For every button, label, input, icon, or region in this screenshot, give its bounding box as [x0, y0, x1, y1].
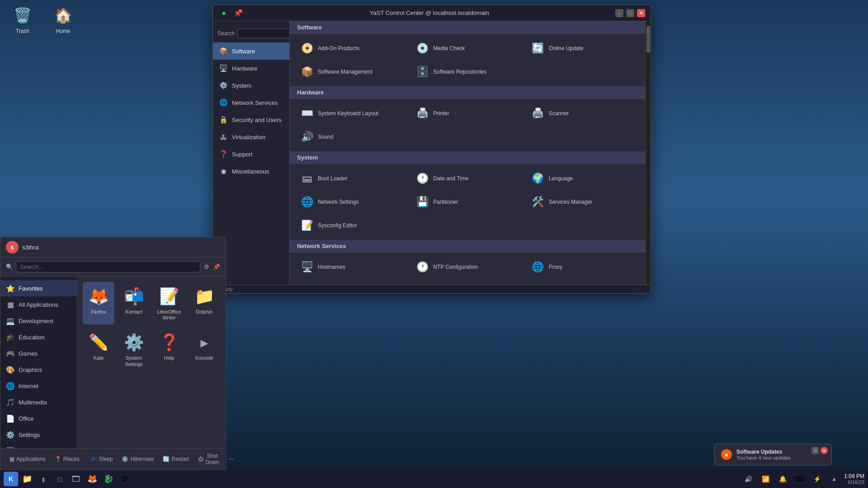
taskbar-app2[interactable]: ⚙: [118, 472, 132, 486]
hibernate-button[interactable]: ❄️ Hibernate: [118, 455, 157, 464]
yast-item-language[interactable]: 🌍 Language: [526, 168, 640, 189]
shutdown-button[interactable]: ⏻ Shut Down: [194, 451, 223, 467]
yast-nav-system[interactable]: ⚙️ System: [213, 77, 289, 94]
notification-settings-button[interactable]: ⚙: [811, 447, 819, 454]
sleep-button[interactable]: 💤 Sleep: [87, 455, 117, 464]
taskbar-systray-keyboard[interactable]: ⌨: [793, 472, 807, 486]
taskbar-firefox[interactable]: 🦊: [85, 472, 99, 486]
taskbar-pager[interactable]: ◻: [52, 472, 67, 486]
yast-item-samba[interactable]: 🗄️ Samba Server: [410, 280, 524, 285]
app-item-help[interactable]: ❓ Help: [153, 328, 185, 371]
desktop-icon-home[interactable]: 🏠 Home: [45, 5, 81, 34]
app-item-kontact[interactable]: 📬 Kontact: [118, 282, 150, 324]
filter-icon[interactable]: ⚙: [204, 263, 209, 270]
taskbar-window[interactable]: 🗔: [69, 472, 83, 486]
sidebar-item-development[interactable]: 💻 Development: [0, 313, 77, 329]
yast-minimize-button[interactable]: ⌄: [615, 9, 623, 17]
sleep-label: Sleep: [99, 456, 113, 462]
sidebar-item-all[interactable]: ▦ All Applications: [0, 296, 77, 313]
yast-hardware-grid: ⌨️ System Keyboard Layout 🖨️ Printer 🖨️ …: [290, 99, 645, 151]
yast-network-icon: 🌐: [218, 98, 228, 108]
yast-item-mediacheck[interactable]: 💿 Media Check: [410, 38, 524, 59]
yast-softwaremgmt-icon: 📦: [300, 65, 314, 79]
yast-nav-network-label: Network Services: [232, 99, 278, 106]
yast-misc-icon: ◉: [218, 166, 228, 176]
applications-button[interactable]: ▦ Applications: [6, 455, 49, 464]
taskbar-filemanager[interactable]: 📁: [20, 472, 34, 486]
sidebar-item-internet[interactable]: 🌐 Internet: [0, 378, 77, 394]
notification-close-button[interactable]: ✕: [821, 447, 828, 454]
app-item-dolphin[interactable]: 📁 Dolphin: [189, 282, 220, 324]
taskbar-systray-power[interactable]: ⚡: [810, 472, 824, 486]
yast-nav-icon-green[interactable]: ●: [218, 8, 229, 19]
sidebar-item-favorites[interactable]: ⭐ Favorites: [0, 280, 77, 296]
sidebar-item-system[interactable]: 🖥️ System: [0, 443, 77, 448]
yast-item-hostnames[interactable]: 🖥️ Hostnames: [295, 256, 409, 278]
yast-item-bootloader[interactable]: 🖴 Boot Loader: [295, 168, 409, 189]
yast-item-netsettings[interactable]: 🌐 Network Settings: [295, 191, 409, 213]
yast-nav-support[interactable]: ❓ Support: [213, 145, 289, 163]
systemsettings-label: System Settings: [120, 355, 148, 367]
yast-item-sound[interactable]: 🔊 Sound: [295, 126, 409, 148]
sidebar-item-education[interactable]: 🎓 Education: [0, 329, 77, 345]
taskbar-kde-button[interactable]: K: [4, 472, 18, 486]
yast-nav-network[interactable]: 🌐 Network Services: [213, 94, 289, 111]
yast-item-onlineupdate[interactable]: 🔄 Online Update: [526, 38, 640, 59]
app-item-kate[interactable]: ✏️ Kate: [83, 328, 114, 371]
yast-item-sysconfig[interactable]: 📝 Sysconfig Editor: [295, 215, 409, 236]
yast-nav-misc[interactable]: ◉ Miscellaneous: [213, 163, 289, 180]
app-item-libreoffice[interactable]: 📝 LibreOffice Writer: [153, 282, 185, 324]
yast-maximize-button[interactable]: □: [626, 9, 634, 17]
taskbar-systray-expand[interactable]: ▲: [827, 472, 841, 486]
yast-close-button[interactable]: ✕: [637, 9, 645, 17]
sidebar-item-graphics[interactable]: 🎨 Graphics: [0, 361, 77, 378]
yast-search-input[interactable]: [237, 28, 290, 38]
shutdown-label: Shut Down: [205, 453, 219, 465]
yast-keyboard-icon: ⌨️: [300, 106, 314, 121]
restart-icon: 🔄: [163, 456, 170, 462]
places-button[interactable]: 📍 Places: [51, 455, 83, 464]
taskbar-terminal[interactable]: ▮: [36, 472, 51, 486]
yast-item-scanner[interactable]: 🖨️ Scanner: [526, 103, 640, 124]
sidebar-item-office[interactable]: 📄 Office: [0, 410, 77, 427]
yast-netsettings-label: Network Settings: [318, 199, 359, 205]
taskbar-systray-network[interactable]: 📶: [758, 472, 773, 486]
more-button[interactable]: ⋯: [225, 455, 237, 464]
pin-icon[interactable]: 📌: [213, 263, 220, 270]
taskbar-app1[interactable]: 🐉: [101, 472, 116, 486]
yast-nav-virtualization[interactable]: 🖧 Virtualization: [213, 128, 289, 145]
yast-nav-misc-label: Miscellaneous: [232, 168, 269, 175]
yast-item-datetime[interactable]: 🕐 Date and Time: [410, 168, 524, 189]
sidebar-item-multimedia[interactable]: 🎵 Multimedia: [0, 394, 77, 410]
user-avatar: s: [6, 241, 19, 253]
yast-nav-software[interactable]: 📦 Software: [213, 42, 289, 60]
taskbar-systray-kmix[interactable]: 🔊: [741, 472, 755, 486]
app-item-systemsettings[interactable]: ⚙️ System Settings: [118, 328, 150, 371]
app-item-konsole[interactable]: ▶ Konsole: [189, 328, 220, 371]
yast-nav-security[interactable]: 🔒 Security and Users: [213, 111, 289, 128]
yast-addon-icon: 📀: [300, 41, 314, 56]
app-menu-user-area: s s3thra: [0, 237, 226, 258]
taskbar-systray-updates[interactable]: 🔔: [775, 472, 790, 486]
yast-scrollbar[interactable]: [645, 21, 651, 285]
yast-item-addon[interactable]: 📀 Add-On Products: [295, 38, 409, 59]
app-search-input[interactable]: [16, 261, 200, 272]
multimedia-icon: 🎵: [6, 398, 15, 407]
yast-nav-hardware[interactable]: 🖥️ Hardware: [213, 60, 289, 77]
yast-item-printer[interactable]: 🖨️ Printer: [410, 103, 524, 124]
yast-item-services[interactable]: 🛠️ Services Manager: [526, 191, 640, 213]
yast-item-ntp[interactable]: 🕐 NTP Configuration: [410, 256, 524, 278]
desktop-icon-trash[interactable]: 🗑️ Trash: [5, 5, 41, 34]
sidebar-item-games[interactable]: 🎮 Games: [0, 345, 77, 361]
app-item-firefox[interactable]: 🦊 Firefox: [83, 282, 114, 324]
yast-item-vnc[interactable]: 🖥️ Remote Administration (VNC): [295, 280, 409, 285]
yast-item-keyboard[interactable]: ⌨️ System Keyboard Layout: [295, 103, 409, 124]
yast-item-proxy[interactable]: 🌐 Proxy: [526, 256, 640, 278]
yast-item-softwarerepo[interactable]: 🗄️ Software Repositories: [410, 61, 524, 83]
sidebar-item-settings[interactable]: ⚙️ Settings: [0, 427, 77, 443]
yast-item-windows[interactable]: 🖥️ Windows Domain Membership: [526, 280, 640, 285]
yast-item-softwaremgmt[interactable]: 📦 Software Management: [295, 61, 409, 83]
restart-button[interactable]: 🔄 Restart: [159, 455, 193, 464]
yast-item-partitioner[interactable]: 💾 Partitioner: [410, 191, 524, 213]
yast-nav-icon-pin[interactable]: 📌: [233, 8, 244, 19]
